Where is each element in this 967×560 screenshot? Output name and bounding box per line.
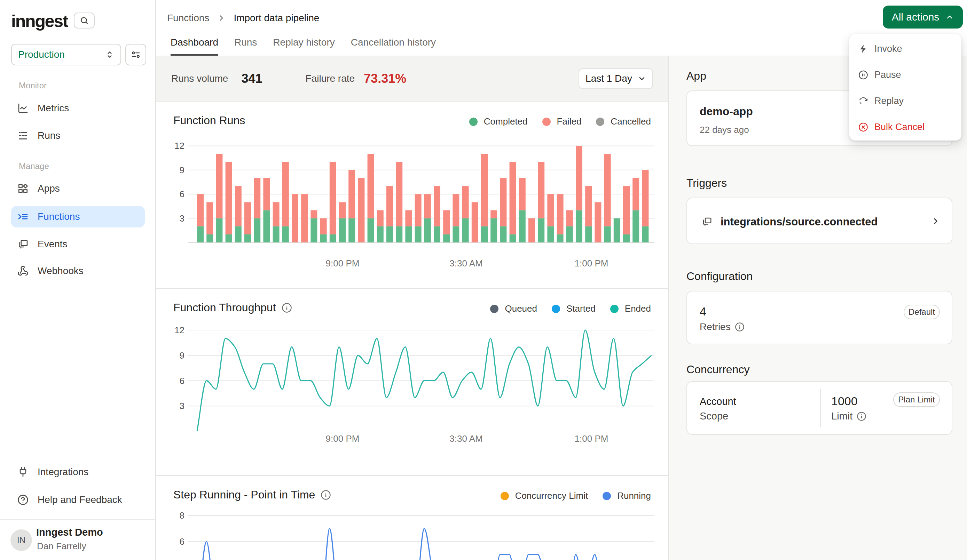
svg-text:9: 9 (180, 350, 185, 361)
svg-text:9:00 PM: 9:00 PM (326, 433, 360, 444)
svg-text:3: 3 (180, 213, 185, 224)
svg-text:6: 6 (180, 536, 185, 547)
svg-text:12: 12 (174, 140, 185, 151)
svg-text:3: 3 (180, 401, 185, 411)
svg-text:3:30 AM: 3:30 AM (449, 433, 482, 444)
svg-text:3:30 AM: 3:30 AM (449, 258, 482, 268)
svg-text:6: 6 (180, 376, 185, 386)
svg-text:9: 9 (180, 165, 185, 175)
svg-text:8: 8 (180, 510, 185, 521)
svg-text:1:00 PM: 1:00 PM (575, 433, 609, 444)
svg-text:6: 6 (180, 189, 185, 199)
svg-text:1:00 PM: 1:00 PM (575, 258, 609, 268)
svg-text:12: 12 (174, 325, 185, 335)
svg-text:9:00 PM: 9:00 PM (326, 258, 360, 268)
